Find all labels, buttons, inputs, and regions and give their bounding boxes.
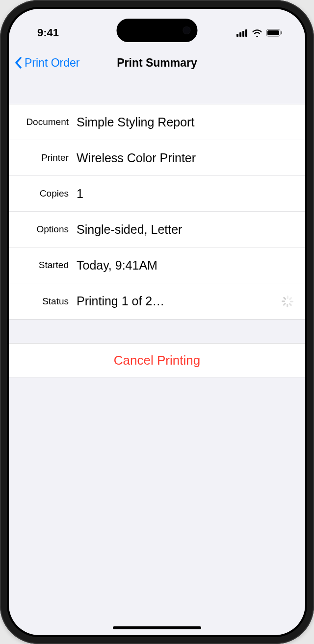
svg-rect-3 [245,29,247,37]
row-status: Status Printing 1 of 2… [9,283,305,319]
row-document: Document Simple Styling Report [9,104,305,140]
label-copies: Copies [9,188,77,199]
value-options: Single-sided, Letter [77,223,295,237]
spinner-icon [282,296,293,307]
home-indicator[interactable] [113,626,201,629]
nav-bar: Print Order Print Summary [9,49,305,78]
label-document: Document [9,117,77,127]
svg-rect-2 [242,31,244,37]
content: Document Simple Styling Report Printer W… [9,104,305,377]
page-title: Print Summary [117,56,197,70]
row-printer: Printer Wireless Color Printer [9,140,305,176]
value-copies: 1 [77,187,295,201]
label-started: Started [9,260,77,271]
row-options: Options Single-sided, Letter [9,212,305,248]
cancel-printing-button[interactable]: Cancel Printing [9,344,305,377]
cancel-group: Cancel Printing [9,343,305,377]
phone-frame: 9:41 [0,0,314,644]
status-icons [236,29,283,37]
screen: 9:41 [9,9,305,635]
value-status: Printing 1 of 2… [77,294,282,308]
value-document: Simple Styling Report [77,115,295,129]
label-status: Status [9,296,77,307]
summary-list: Document Simple Styling Report Printer W… [9,104,305,320]
back-label: Print Order [25,56,79,70]
label-options: Options [9,224,77,235]
svg-rect-1 [239,32,241,37]
back-button[interactable]: Print Order [15,56,79,70]
cellular-icon [236,29,248,37]
wifi-icon [252,29,262,37]
chevron-left-icon [15,56,24,70]
svg-rect-0 [236,34,238,37]
value-printer: Wireless Color Printer [77,151,295,165]
dynamic-island [117,19,198,42]
battery-icon [266,29,283,37]
svg-rect-5 [267,30,279,35]
row-started: Started Today, 9:41AM [9,248,305,283]
label-printer: Printer [9,152,77,163]
svg-rect-6 [281,31,283,34]
row-copies: Copies 1 [9,176,305,212]
cancel-label: Cancel Printing [114,353,200,368]
value-started: Today, 9:41AM [77,258,295,272]
status-time: 9:41 [37,26,59,39]
